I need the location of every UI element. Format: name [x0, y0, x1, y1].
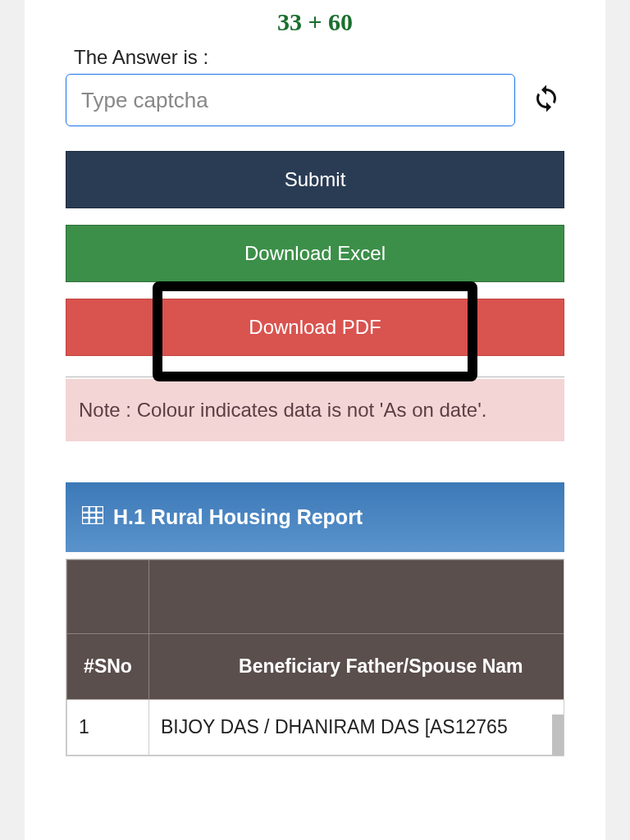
refresh-icon [532, 84, 561, 116]
download-pdf-label: Download PDF [249, 316, 381, 338]
cell-beneficiary: BIJOY DAS / DHANIRAM DAS [AS12765 [149, 700, 565, 756]
scrollbar-thumb[interactable] [552, 714, 564, 756]
download-pdf-button[interactable]: Download PDF [66, 299, 564, 356]
table-row: 1 BIJOY DAS / DHANIRAM DAS [AS12765 [67, 700, 565, 756]
report-title: H.1 Rural Housing Report [113, 505, 363, 529]
report-header: H.1 Rural Housing Report [66, 482, 564, 552]
captcha-label: The Answer is : [74, 46, 564, 69]
table-icon [82, 505, 103, 529]
report-table: #SNo Beneficiary Father/Spouse Nam 1 BIJ… [66, 559, 564, 756]
submit-button[interactable]: Submit [66, 151, 564, 208]
download-excel-button[interactable]: Download Excel [66, 225, 564, 282]
table-header-blank-1 [67, 560, 149, 634]
captcha-question: 33 + 60 [66, 0, 564, 43]
divider [66, 377, 564, 377]
captcha-input[interactable] [66, 74, 515, 126]
table-header-beneficiary: Beneficiary Father/Spouse Nam [149, 634, 565, 700]
refresh-captcha-button[interactable] [528, 82, 564, 118]
cell-sno: 1 [67, 700, 149, 756]
table-header-sno: #SNo [67, 634, 149, 700]
svg-rect-0 [82, 506, 103, 524]
note-banner: Note : Colour indicates data is not 'As … [66, 379, 564, 441]
table-header-blank-2 [149, 560, 565, 634]
